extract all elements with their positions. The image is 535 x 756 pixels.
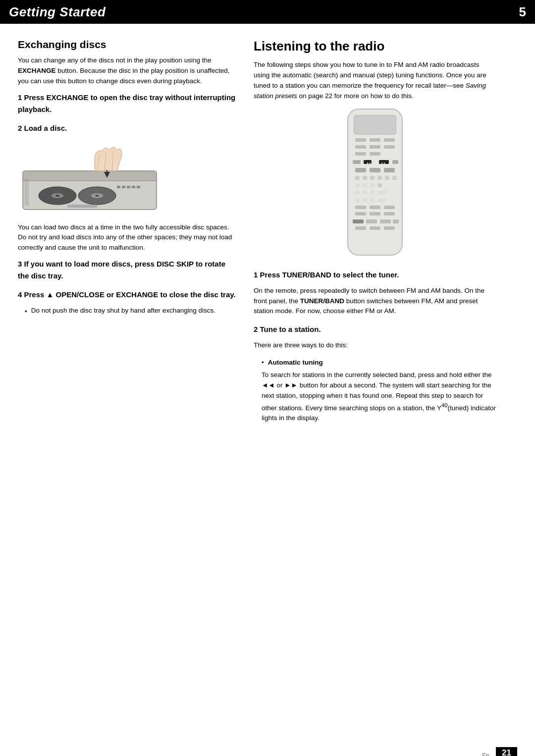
svg-rect-35 bbox=[355, 168, 366, 172]
svg-rect-48 bbox=[355, 191, 360, 195]
remote-svg: ◄◄ ►► bbox=[335, 107, 415, 260]
svg-rect-44 bbox=[355, 183, 360, 187]
step-4-number: 4 bbox=[18, 290, 24, 299]
step-4: 4 Press ▲ OPEN/CLOSE or EXCHANGE to clos… bbox=[18, 289, 236, 317]
step-2-number: 2 bbox=[18, 124, 24, 132]
svg-rect-14 bbox=[127, 186, 130, 188]
step-4-label: Press ▲ OPEN/CLOSE or EXCHANGE to close … bbox=[24, 290, 236, 299]
svg-rect-46 bbox=[370, 183, 374, 187]
svg-rect-42 bbox=[385, 176, 389, 180]
svg-rect-34 bbox=[392, 160, 398, 164]
svg-rect-57 bbox=[370, 206, 380, 209]
svg-point-7 bbox=[95, 195, 99, 197]
listening-radio-title: Listening to the radio bbox=[254, 39, 496, 54]
svg-rect-28 bbox=[384, 145, 395, 149]
svg-rect-38 bbox=[355, 176, 360, 180]
svg-rect-55 bbox=[377, 198, 386, 202]
left-column: Exchanging discs You can change any of t… bbox=[18, 39, 236, 732]
svg-rect-41 bbox=[377, 176, 382, 180]
lang-label: En bbox=[482, 752, 489, 756]
step-1-label: Press EXCHANGE to open the disc tray wit… bbox=[18, 93, 235, 113]
svg-rect-15 bbox=[132, 186, 135, 188]
svg-rect-30 bbox=[370, 152, 380, 156]
radio-step-2-body: There are three ways to do this: bbox=[254, 340, 496, 351]
step-1-number: 1 bbox=[18, 93, 24, 102]
bullet-dot: • bbox=[25, 307, 27, 317]
svg-rect-12 bbox=[117, 186, 120, 188]
radio-step-1-label: Press TUNER/BAND to select the tuner. bbox=[260, 270, 399, 279]
step-3: 3 If you want to load more discs, press … bbox=[18, 258, 236, 282]
svg-rect-13 bbox=[122, 186, 125, 188]
svg-rect-54 bbox=[370, 198, 374, 202]
exchanging-discs-title: Exchanging discs bbox=[18, 39, 236, 51]
step-3-number: 3 bbox=[18, 260, 24, 268]
svg-rect-62 bbox=[353, 219, 364, 223]
svg-rect-22 bbox=[354, 115, 396, 134]
after-image-paragraph: You can load two discs at a time in the … bbox=[18, 222, 236, 254]
automatic-tuning-section: • Automatic tuning To search for station… bbox=[262, 358, 496, 424]
svg-rect-45 bbox=[363, 183, 367, 187]
radio-step-1-body: On the remote, press repeatedly to switc… bbox=[254, 286, 496, 317]
svg-rect-1 bbox=[23, 171, 157, 181]
svg-rect-66 bbox=[355, 226, 366, 230]
svg-rect-56 bbox=[355, 206, 366, 209]
bullet-item-1: • Do not push the disc tray shut by hand… bbox=[25, 306, 236, 317]
svg-rect-31 bbox=[353, 160, 361, 164]
svg-rect-50 bbox=[370, 191, 374, 195]
svg-rect-36 bbox=[370, 168, 380, 172]
right-column: Listening to the radio The following ste… bbox=[254, 39, 496, 732]
svg-rect-67 bbox=[370, 226, 380, 230]
automatic-tuning-title: Automatic tuning bbox=[268, 358, 323, 368]
saving-station-presets-link: Saving station presets bbox=[254, 82, 486, 100]
radio-step-1: 1 Press TUNER/BAND to select the tuner. … bbox=[254, 269, 496, 317]
svg-rect-65 bbox=[393, 219, 399, 223]
svg-rect-16 bbox=[137, 186, 140, 188]
bullet-text-1: Do not push the disc tray shut by hand a… bbox=[31, 306, 215, 317]
svg-rect-49 bbox=[363, 191, 367, 195]
svg-text:◄◄: ◄◄ bbox=[366, 162, 371, 164]
svg-rect-51 bbox=[377, 191, 386, 195]
disc-player-svg bbox=[18, 141, 161, 215]
svg-point-4 bbox=[55, 195, 59, 197]
radio-step-2-number: 2 bbox=[254, 325, 260, 333]
header-title: Getting Started bbox=[9, 4, 106, 20]
svg-rect-23 bbox=[355, 138, 366, 142]
page-footer: En 21 bbox=[0, 747, 535, 756]
step-2-label: Load a disc. bbox=[24, 124, 67, 132]
svg-rect-27 bbox=[370, 145, 380, 149]
svg-rect-47 bbox=[377, 183, 382, 187]
svg-rect-61 bbox=[384, 212, 395, 216]
svg-rect-58 bbox=[384, 206, 395, 209]
svg-rect-26 bbox=[355, 145, 366, 149]
header-page-number: 5 bbox=[519, 4, 526, 20]
svg-text:►►: ►► bbox=[381, 162, 386, 164]
svg-rect-37 bbox=[384, 168, 395, 172]
svg-rect-39 bbox=[363, 176, 367, 180]
exchanging-discs-intro: You can change any of the discs not in t… bbox=[18, 55, 236, 87]
svg-rect-59 bbox=[355, 212, 366, 216]
svg-rect-43 bbox=[392, 176, 397, 180]
disc-player-illustration bbox=[18, 141, 157, 216]
radio-step-2: 2 Tune to a station. There are three way… bbox=[254, 324, 496, 351]
radio-step-2-label: Tune to a station. bbox=[260, 325, 321, 333]
svg-rect-64 bbox=[380, 219, 391, 223]
svg-rect-40 bbox=[370, 176, 374, 180]
svg-rect-53 bbox=[363, 198, 367, 202]
automatic-tuning-body: To search for stations in the currently … bbox=[262, 370, 496, 424]
page-header: Getting Started 5 bbox=[0, 0, 535, 24]
step-1: 1 Press EXCHANGE to open the disc tray w… bbox=[18, 92, 236, 115]
step-3-label: If you want to load more discs, press DI… bbox=[18, 260, 225, 280]
radio-step-1-number: 1 bbox=[254, 270, 260, 279]
remote-illustration-container: ◄◄ ►► bbox=[254, 107, 496, 260]
svg-rect-25 bbox=[384, 138, 395, 142]
svg-rect-17 bbox=[67, 205, 97, 208]
svg-rect-52 bbox=[355, 198, 360, 202]
page-number-box: 21 bbox=[496, 747, 517, 756]
automatic-tuning-bullet: • Automatic tuning bbox=[262, 358, 496, 368]
main-content: Exchanging discs You can change any of t… bbox=[0, 24, 535, 747]
svg-rect-68 bbox=[384, 226, 395, 230]
svg-rect-63 bbox=[366, 219, 377, 223]
svg-rect-24 bbox=[370, 138, 380, 142]
step-2: 2 Load a disc. bbox=[18, 122, 236, 134]
bullet-dot-2: • bbox=[262, 358, 264, 368]
